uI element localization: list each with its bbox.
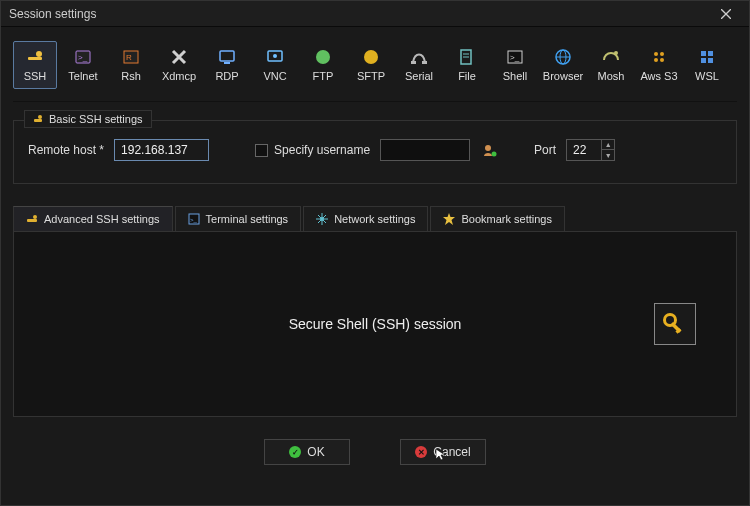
svg-point-28: [660, 58, 664, 62]
remote-host-input[interactable]: [114, 139, 209, 161]
specify-username-checkbox[interactable]: Specify username: [255, 143, 370, 157]
session-type-browser[interactable]: Browser: [541, 41, 585, 89]
session-type-xdmcp[interactable]: Xdmcp: [157, 41, 201, 89]
vnc-icon: [266, 48, 284, 66]
session-type-sftp[interactable]: SFTP: [349, 41, 393, 89]
settings-tabs: Advanced SSH settings>_Terminal settings…: [13, 206, 737, 232]
tab-label: Bookmark settings: [461, 213, 551, 225]
tab-label: Terminal settings: [206, 213, 289, 225]
key-icon: [662, 311, 688, 337]
session-type-label: Serial: [405, 70, 433, 82]
ssh-key-button[interactable]: [654, 303, 696, 345]
tab-label: Network settings: [334, 213, 415, 225]
session-type-ssh[interactable]: SSH: [13, 41, 57, 89]
session-type-rsh[interactable]: RRsh: [109, 41, 153, 89]
svg-rect-15: [422, 61, 427, 64]
ok-button[interactable]: ✓ OK: [264, 439, 350, 465]
session-type-label: Telnet: [68, 70, 97, 82]
session-type-ftp[interactable]: FTP: [301, 41, 345, 89]
session-type-rdp[interactable]: RDP: [205, 41, 249, 89]
svg-text:>_: >_: [190, 217, 198, 223]
session-type-wsl[interactable]: WSL: [685, 41, 729, 89]
close-icon: [721, 9, 731, 19]
rdp-icon: [218, 48, 236, 66]
wsl-icon: [698, 48, 716, 66]
mosh-icon: [602, 48, 620, 66]
session-type-label: Browser: [543, 70, 583, 82]
cancel-button[interactable]: ✕ Cancel: [400, 439, 486, 465]
session-type-file[interactable]: File: [445, 41, 489, 89]
xdmcp-icon: [170, 48, 188, 66]
svg-rect-29: [701, 51, 706, 56]
tab-bm[interactable]: Bookmark settings: [430, 206, 564, 231]
session-type-toolbar: SSH>_TelnetRRshXdmcpRDPVNCFTPSFTPSerialF…: [13, 37, 737, 102]
shell-icon: >_: [506, 48, 524, 66]
browser-icon: [554, 48, 572, 66]
session-type-label: Aws S3: [640, 70, 677, 82]
terminal-icon: >_: [188, 213, 200, 225]
svg-rect-8: [220, 51, 234, 61]
port-input[interactable]: [566, 139, 602, 161]
svg-point-34: [38, 115, 42, 119]
session-type-vnc[interactable]: VNC: [253, 41, 297, 89]
session-type-telnet[interactable]: >_Telnet: [61, 41, 105, 89]
session-type-label: VNC: [263, 70, 286, 82]
user-icon: [483, 143, 497, 157]
content-title: Secure Shell (SSH) session: [289, 316, 462, 332]
cancel-icon: ✕: [415, 446, 427, 458]
ok-icon: ✓: [289, 446, 301, 458]
tab-net[interactable]: Network settings: [303, 206, 428, 231]
svg-point-26: [660, 52, 664, 56]
svg-point-3: [36, 51, 42, 57]
sftp-icon: [362, 48, 380, 66]
close-button[interactable]: [711, 3, 741, 25]
user-picker-button[interactable]: [480, 140, 500, 160]
star-icon: [443, 213, 455, 225]
basic-ssh-legend: Basic SSH settings: [24, 110, 152, 128]
svg-text:>_: >_: [510, 53, 520, 62]
svg-point-11: [273, 54, 277, 58]
port-spinner: ▲ ▼: [566, 139, 615, 161]
port-up-button[interactable]: ▲: [602, 140, 614, 150]
session-type-label: Shell: [503, 70, 527, 82]
tab-adv[interactable]: Advanced SSH settings: [13, 206, 173, 231]
svg-point-38: [33, 215, 37, 219]
svg-point-13: [364, 50, 378, 64]
basic-ssh-settings-group: Basic SSH settings Remote host * Specify…: [13, 120, 737, 184]
session-settings-dialog: Session settings SSH>_TelnetRRshXdmcpRDP…: [0, 0, 750, 506]
session-type-label: SFTP: [357, 70, 385, 82]
tab-term[interactable]: >_Terminal settings: [175, 206, 302, 231]
session-type-label: Rsh: [121, 70, 141, 82]
tool-icon: [26, 213, 38, 225]
window-title: Session settings: [9, 7, 96, 21]
svg-rect-2: [28, 57, 42, 60]
svg-rect-32: [708, 58, 713, 63]
svg-rect-9: [224, 62, 230, 64]
svg-rect-31: [701, 58, 706, 63]
tab-label: Advanced SSH settings: [44, 213, 160, 225]
session-type-shell[interactable]: >_Shell: [493, 41, 537, 89]
telnet-icon: >_: [74, 48, 92, 66]
session-type-serial[interactable]: Serial: [397, 41, 441, 89]
session-type-label: WSL: [695, 70, 719, 82]
ftp-icon: [314, 48, 332, 66]
svg-point-36: [492, 152, 497, 157]
svg-rect-37: [27, 219, 37, 222]
svg-text:>_: >_: [78, 53, 88, 62]
net-icon: [316, 213, 328, 225]
svg-point-25: [654, 52, 658, 56]
port-label: Port: [534, 143, 556, 157]
ssh-icon: [26, 48, 44, 66]
session-type-aws[interactable]: Aws S3: [637, 41, 681, 89]
port-down-button[interactable]: ▼: [602, 150, 614, 160]
session-type-label: File: [458, 70, 476, 82]
svg-point-12: [316, 50, 330, 64]
svg-point-35: [485, 145, 491, 151]
svg-rect-33: [34, 119, 42, 122]
username-input[interactable]: [380, 139, 470, 161]
svg-point-24: [614, 51, 618, 55]
tab-content-pane: Secure Shell (SSH) session: [13, 232, 737, 417]
cursor-icon: [436, 449, 446, 461]
session-type-mosh[interactable]: Mosh: [589, 41, 633, 89]
svg-point-27: [654, 58, 658, 62]
